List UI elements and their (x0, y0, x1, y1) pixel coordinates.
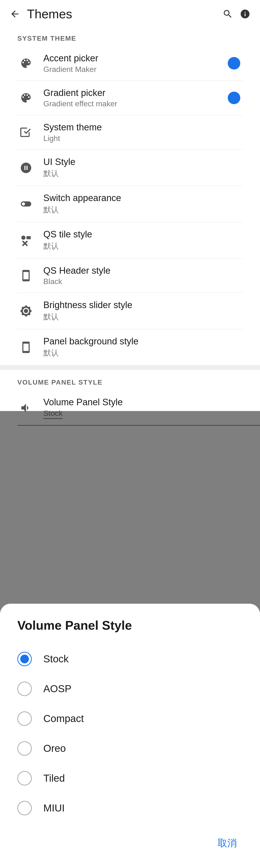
radio-compact (17, 711, 32, 726)
dialog-option-aosp[interactable]: AOSP (0, 674, 260, 704)
panel-background-icon (17, 339, 35, 356)
search-button[interactable] (222, 8, 234, 20)
volume-panel-dialog: Volume Panel Style Stock AOSP Compact Or… (0, 604, 260, 868)
gradient-picker-title: Gradient picker (43, 88, 225, 99)
system-theme-title: System theme (43, 122, 243, 133)
ui-style-content: UI Style 默认 (35, 157, 243, 179)
panel-background-subtitle: 默认 (43, 348, 243, 359)
settings-item-ui-style[interactable]: UI Style 默认 (0, 150, 260, 186)
radio-oreo (17, 741, 32, 756)
svg-point-0 (22, 236, 26, 240)
system-theme-icon (17, 124, 35, 141)
brightness-slider-subtitle: 默认 (43, 312, 243, 322)
dialog-option-oreo-label: Oreo (32, 743, 66, 754)
dialog-option-oreo[interactable]: Oreo (0, 734, 260, 764)
gradient-picker-toggle-circle (228, 92, 240, 104)
switch-appearance-title: Switch appearance (43, 193, 243, 204)
system-theme-content: System theme Light (35, 122, 243, 143)
radio-aosp (17, 682, 32, 696)
qs-tile-title: QS tile style (43, 229, 243, 240)
qs-tile-subtitle: 默认 (43, 241, 243, 252)
system-theme-section-label: SYSTEM THEME (0, 26, 260, 46)
back-button[interactable] (9, 8, 21, 20)
page-wrapper: Themes SYSTEM THEME Accent picker (0, 0, 260, 868)
system-theme-subtitle: Light (43, 134, 243, 143)
accent-picker-title: Accent picker (43, 53, 225, 64)
accent-picker-toggle-circle (228, 57, 240, 69)
dialog-option-tiled-label: Tiled (32, 773, 65, 784)
radio-miui (17, 801, 32, 815)
panel-background-content: Panel background style 默认 (35, 336, 243, 359)
dialog-option-miui-label: MIUI (32, 802, 65, 814)
settings-item-qs-header[interactable]: QS Header style Black (0, 258, 260, 293)
dialog-option-tiled[interactable]: Tiled (0, 764, 260, 793)
dialog-option-stock[interactable]: Stock (0, 644, 260, 674)
qs-tile-content: QS tile style 默认 (35, 229, 243, 252)
settings-item-gradient-picker[interactable]: Gradient picker Gradient effect maker (0, 81, 260, 115)
gradient-picker-icon (17, 89, 35, 106)
settings-item-panel-background[interactable]: Panel background style 默认 (0, 329, 260, 365)
dialog-option-miui[interactable]: MIUI (0, 793, 260, 823)
dialog-actions: 取消 (0, 823, 260, 858)
header-left: Themes (9, 7, 72, 21)
settings-item-brightness-slider[interactable]: Brightness slider style 默认 (0, 293, 260, 329)
qs-header-content: QS Header style Black (35, 265, 243, 286)
gradient-picker-toggle[interactable] (225, 89, 243, 106)
dialog-option-stock-label: Stock (32, 653, 68, 665)
cancel-button[interactable]: 取消 (212, 833, 243, 854)
brightness-slider-icon (17, 302, 35, 320)
header: Themes (0, 0, 260, 26)
gradient-picker-subtitle: Gradient effect maker (43, 99, 225, 108)
page-title: Themes (27, 7, 72, 21)
ui-style-subtitle: 默认 (43, 168, 243, 179)
gradient-picker-content: Gradient picker Gradient effect maker (35, 88, 225, 108)
switch-appearance-subtitle: 默认 (43, 205, 243, 215)
brightness-slider-title: Brightness slider style (43, 300, 243, 311)
accent-picker-toggle[interactable] (225, 55, 243, 72)
ui-style-icon (17, 159, 35, 177)
ui-style-title: UI Style (43, 157, 243, 167)
settings-item-qs-tile[interactable]: QS tile style 默认 (0, 222, 260, 258)
section-divider (0, 365, 260, 370)
switch-appearance-icon (17, 195, 35, 213)
accent-picker-content: Accent picker Gradient Maker (35, 53, 225, 74)
accent-picker-subtitle: Gradient Maker (43, 65, 225, 74)
qs-header-icon (17, 267, 35, 284)
dialog-option-compact[interactable]: Compact (0, 704, 260, 734)
settings-item-accent-picker[interactable]: Accent picker Gradient Maker (0, 46, 260, 81)
info-button[interactable] (239, 8, 251, 20)
radio-stock (17, 652, 32, 666)
dialog-option-compact-label: Compact (32, 713, 84, 724)
brightness-slider-content: Brightness slider style 默认 (35, 300, 243, 322)
volume-panel-title: Volume Panel Style (43, 397, 243, 408)
qs-tile-icon (17, 231, 35, 249)
volume-panel-section-label: VOLUME PANEL STYLE (0, 370, 260, 390)
header-icons (222, 8, 251, 20)
dialog-title: Volume Panel Style (0, 618, 260, 644)
panel-background-title: Panel background style (43, 336, 243, 347)
radio-stock-inner (20, 655, 29, 663)
settings-item-system-theme[interactable]: System theme Light (0, 115, 260, 150)
switch-appearance-content: Switch appearance 默认 (35, 193, 243, 215)
dialog-option-aosp-label: AOSP (32, 683, 71, 694)
accent-picker-icon (17, 55, 35, 72)
radio-tiled (17, 771, 32, 785)
settings-item-switch-appearance[interactable]: Switch appearance 默认 (0, 186, 260, 222)
qs-header-subtitle: Black (43, 277, 243, 286)
qs-header-title: QS Header style (43, 265, 243, 276)
